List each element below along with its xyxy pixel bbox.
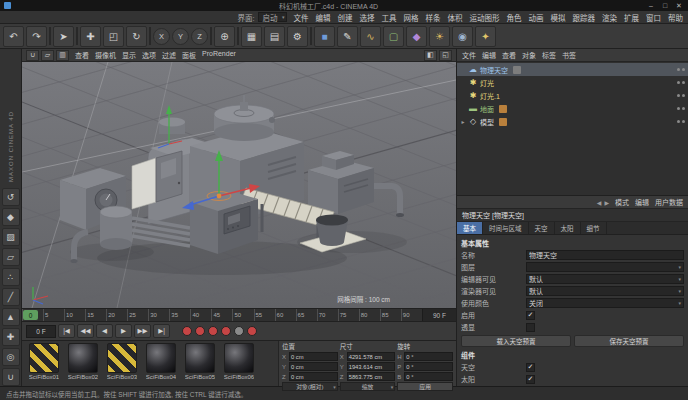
record-scale-button[interactable] [208,326,218,336]
texture-mode-icon[interactable]: ▨ [2,228,20,246]
object-tag-icon[interactable] [513,66,521,74]
move-tool-icon[interactable]: ✚ [80,26,101,47]
rotate-tool-icon[interactable]: ↻ [126,26,147,47]
menu-item[interactable]: 样条 [426,12,441,23]
object-manager-menu-item[interactable]: 编辑 [482,50,496,60]
add-deformer-icon[interactable]: ◆ [406,26,427,47]
coordinate-mode-dropdown[interactable]: 对象(相对) [282,382,338,391]
live-selection-icon[interactable]: ➤ [53,26,74,47]
visibility-dots[interactable] [677,94,685,97]
viewport-solo-icon[interactable]: ◎ [2,348,20,366]
y-axis-lock[interactable]: Y [172,28,189,45]
xray-checkbox[interactable]: 透显 ▾ [461,321,684,333]
object-physical-sky[interactable]: ☁ 物理天空 [457,63,688,76]
attribute-tab[interactable]: 细节 [581,222,607,234]
add-environment-icon[interactable]: ☀ [429,26,450,47]
viewport-menu-item[interactable]: 摄像机 [95,50,116,60]
rotation-b-field[interactable]: 0 ° [404,372,453,381]
material-item[interactable]: SciFiBox06 [221,343,257,384]
minimize-button[interactable]: – [646,2,656,9]
object-floor[interactable]: ▬ 地面 [457,102,688,115]
checkbox[interactable] [526,311,535,320]
menu-item[interactable]: 编辑 [316,12,331,23]
layout-single-icon[interactable]: ◧ [424,50,437,61]
undo-icon[interactable]: ↶ [3,26,24,47]
workplane-icon[interactable]: ▱ [41,50,54,61]
timeline-playhead[interactable]: 0 [23,310,38,320]
add-camera-icon[interactable]: ◉ [452,26,473,47]
visibility-dots[interactable] [677,68,685,71]
checkbox[interactable] [526,323,535,332]
checkbox[interactable] [526,375,535,384]
add-cube-icon[interactable]: ■ [314,26,335,47]
rotation-p-field[interactable]: 0 ° [404,362,453,371]
menu-item[interactable]: 工具 [382,12,397,23]
separator[interactable] [49,27,51,45]
separator[interactable] [149,27,151,45]
menu-item[interactable]: 跟踪器 [573,12,596,23]
menu-item[interactable]: 扩展 [624,12,639,23]
material-thumbnail[interactable] [68,343,98,373]
material-thumbnail[interactable] [29,343,59,373]
object-tag-icon[interactable] [499,105,507,113]
position-x-field[interactable]: 0 cm [289,352,338,361]
make-editable-icon[interactable]: ↺ [2,188,20,206]
material-item[interactable]: SciFiBox05 [182,343,218,384]
sun-component-checkbox[interactable]: 太阳 ▾ [461,373,684,385]
object-tag-icon[interactable] [499,118,507,126]
object-model[interactable]: ▸ ◇ 模型 [457,115,688,128]
layer-field[interactable]: 图层 ▾ [461,261,684,273]
go-to-start-button[interactable]: |◀ [58,324,75,338]
redo-icon[interactable]: ↷ [26,26,47,47]
separator[interactable] [76,27,78,45]
snap-icon[interactable]: ∪ [2,368,20,386]
play-button[interactable]: ▶ [115,324,132,338]
render-view-icon[interactable]: ▦ [241,26,262,47]
enabled-checkbox[interactable]: 启用 ▾ [461,309,684,321]
menu-item[interactable]: 文件 [294,12,309,23]
checkbox[interactable] [526,363,535,372]
coordinate-system-icon[interactable]: ⊕ [214,26,235,47]
menu-item[interactable]: 运动图形 [470,12,500,23]
size-mode-dropdown[interactable]: 缩放 [340,382,396,391]
material-thumbnail[interactable] [107,343,137,373]
attribute-menu-item[interactable]: 编辑 [635,197,649,207]
history-next-icon[interactable]: ▶ [604,199,609,206]
size-y-field[interactable]: 1943.614 cm [347,362,396,371]
attribute-menu-item[interactable]: 模式 [615,197,629,207]
use-color-field[interactable]: 使用颜色 关闭▾ [461,297,684,309]
close-button[interactable]: ✕ [674,2,684,10]
material-thumbnail[interactable] [185,343,215,373]
material-item[interactable]: SciFiBox01 [26,343,62,384]
attribute-menu-item[interactable]: 用户数据 [655,197,683,207]
menu-item[interactable]: 选择 [360,12,375,23]
value-field[interactable]: 默认▾ [526,286,684,296]
viewport-menu-item[interactable]: 过滤 [162,50,176,60]
menu-item[interactable]: 动画 [529,12,544,23]
scale-tool-icon[interactable]: ◰ [103,26,124,47]
menu-item[interactable]: 渲染 [602,12,617,23]
material-thumbnail[interactable] [224,343,254,373]
object-tag-icon[interactable] [499,79,507,87]
render-settings-icon[interactable]: ⚙ [287,26,308,47]
visibility-dots[interactable] [677,120,685,123]
menu-item[interactable]: 窗口 [646,12,661,23]
model-mode-icon[interactable]: ◆ [2,208,20,226]
visibility-dots[interactable] [677,81,685,84]
viewport-menu-item[interactable]: 显示 [122,50,136,60]
workplane-mode-icon[interactable]: ▱ [2,248,20,266]
value-field[interactable]: ▾ [526,262,684,272]
attribute-tab[interactable]: 时间与区域 [483,222,529,234]
layout-quad-icon[interactable]: ◱ [439,50,452,61]
position-z-field[interactable]: 0 cm [289,372,338,381]
viewport-menu-item[interactable]: 选项 [142,50,156,60]
sky-component-checkbox[interactable]: 天空 ▾ [461,361,684,373]
size-z-field[interactable]: 5863.775 cm [347,372,396,381]
visibility-dots[interactable] [677,107,685,110]
object-manager-menu-item[interactable]: 文件 [462,50,476,60]
go-to-end-button[interactable]: ▶| [153,324,170,338]
render-picture-viewer-icon[interactable]: ▤ [264,26,285,47]
previous-frame-button[interactable]: ◀ [96,324,113,338]
add-subdivision-icon[interactable]: ▢ [383,26,404,47]
add-spline-icon[interactable]: ∿ [360,26,381,47]
